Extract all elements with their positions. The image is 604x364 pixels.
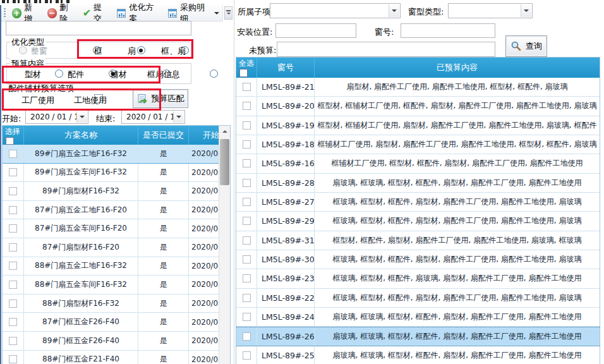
toolbar-grip[interactable] (4, 8, 6, 18)
table-row[interactable]: 88#门扇五金工地F16-F32 是 2020/0 (3, 257, 219, 276)
row-checkbox[interactable] (9, 300, 17, 308)
budgeted-content-cell: 框玻璃, 框型材, 框配件, 扇型材, 扇配件工厂使用, 扇配件工地使用, 扇玻… (315, 289, 600, 307)
plan-header-start[interactable]: 开始 (189, 126, 219, 145)
window-no-cell: LM5L-89#-25F23 (257, 346, 315, 364)
table-row[interactable]: LM5L-89#-29F27 框玻璃, 框型材, 框配件, 扇型材, 扇配件工厂… (236, 212, 600, 231)
row-checkbox[interactable] (243, 294, 251, 302)
scrollbar-thumb[interactable] (220, 139, 229, 185)
row-checkbox[interactable] (9, 318, 17, 326)
start-date-cell: 2020/0 (189, 294, 219, 313)
table-row[interactable]: 88#门扇五金车间F16-F32 是 2020/0 (3, 276, 219, 294)
window-header-no[interactable]: 窗号 (257, 58, 315, 78)
row-checkbox[interactable] (243, 121, 251, 130)
table-row[interactable]: LM5L-89#-31F29 框型材, 框配件, 扇型材, 扇配件工厂使用, 扇… (236, 231, 600, 250)
plan-filter-input[interactable] (6, 21, 191, 35)
table-row[interactable]: LM5L-89#-24F22 扇玻璃, 框玻璃, 框型材, 框配件, 扇型材, … (236, 308, 600, 327)
budgeted-content-cell: 框玻璃, 框型材, 框配件, 扇型材, 扇配件工厂使用, 扇配件工地使用, 扇玻… (315, 250, 600, 269)
install-position-input[interactable] (275, 23, 356, 38)
select-all-windows-checkbox[interactable] (239, 69, 248, 77)
plan-header-name[interactable]: 方案名称 (24, 126, 138, 145)
plan-header-submitted[interactable]: 是否已提交 (138, 126, 189, 145)
radio-whole-window[interactable] (19, 46, 27, 54)
usage-options-label: 配件辅材预算选项 (8, 83, 74, 94)
select-all-plans-checkbox[interactable] (6, 137, 14, 145)
row-checkbox[interactable] (9, 168, 17, 176)
budgeted-content-cell: 扇型材, 扇配件工厂使用, 扇配件工地使用, 框型材, 框配件, 扇玻璃 (315, 78, 600, 96)
end-date-value: 2020 / 01 / 13 (126, 112, 179, 121)
row-checkbox[interactable] (243, 102, 251, 110)
table-row[interactable]: 88#门扇型材F16-F32 是 2020/0 (3, 294, 219, 313)
row-checkbox[interactable] (243, 255, 251, 264)
radio-sash[interactable] (137, 46, 145, 54)
end-date-dropdown-icon[interactable] (173, 111, 184, 123)
row-checkbox[interactable] (243, 159, 251, 167)
window-no-input[interactable] (401, 23, 495, 38)
budget-match-button[interactable]: 预算匹配 (133, 89, 188, 108)
table-row[interactable]: 87#门框五金F26-F40 是 2020/0 (3, 313, 219, 332)
row-select-cell (3, 201, 24, 219)
row-checkbox[interactable] (243, 198, 251, 206)
row-checkbox[interactable] (9, 355, 17, 363)
table-row[interactable]: 89#门扇五金车间F16-F32 是 2020/0 (3, 164, 219, 183)
row-select-cell (3, 219, 24, 238)
toolbar-overflow-button[interactable] (224, 6, 233, 20)
table-row[interactable]: 89#门扇型材F16-F32 是 2020/0 (3, 182, 219, 201)
table-row[interactable]: LM5L-89#-18F16 框辅材工厂使用, 扇型材, 扇配件工厂使用, 扇配… (236, 135, 600, 154)
table-row[interactable]: LM5L-89#-23F21 框玻璃, 框型材, 框配件, 扇玻璃, 扇型材, … (236, 269, 600, 288)
row-checkbox[interactable] (243, 313, 251, 321)
table-row[interactable]: 87#门扇型材F16-F20 是 2020/0 (3, 238, 219, 257)
window-type-combobox[interactable] (448, 3, 533, 18)
row-checkbox[interactable] (243, 351, 251, 360)
chevron-down-icon[interactable] (214, 12, 219, 17)
row-checkbox[interactable] (9, 243, 17, 252)
factory-use-label: 工厂使用 (21, 95, 54, 106)
table-row[interactable]: LM5L-89#-19F17 框型材, 框辅材工厂使用, 扇型材, 扇配件工厂使… (236, 116, 600, 135)
row-checkbox[interactable] (9, 262, 17, 270)
sub-item-dropdown-icon[interactable] (389, 4, 399, 17)
row-checkbox[interactable] (9, 187, 17, 195)
radio-frame-sash-info[interactable] (210, 70, 218, 78)
submitted-cell: 是 (138, 145, 189, 163)
submitted-cell: 是 (138, 238, 189, 257)
end-date-picker[interactable]: 2020 / 01 / 13 (121, 110, 185, 124)
vertical-scrollbar[interactable] (219, 126, 230, 364)
row-checkbox[interactable] (243, 217, 251, 225)
window-type-dropdown-icon[interactable] (521, 4, 531, 17)
start-date-cell: 2020/0 (189, 257, 219, 276)
row-checkbox[interactable] (9, 281, 17, 289)
row-checkbox[interactable] (243, 332, 251, 341)
row-checkbox[interactable] (9, 337, 17, 345)
search-icon (510, 40, 522, 52)
table-row[interactable]: LM5L-89#-25F23 扇玻璃, 框玻璃, 框型材, 框配件, 扇型材, … (236, 346, 600, 364)
row-checkbox[interactable] (9, 150, 17, 158)
table-row[interactable]: 87#门扇五金工地F16-F20 是 2020/0 (3, 201, 219, 220)
scrollbar-up-icon[interactable] (219, 126, 230, 136)
row-checkbox[interactable] (243, 140, 251, 149)
window-header-budgeted[interactable]: 已预算内容 (315, 58, 600, 78)
table-row[interactable]: LM5L-89#-16F15 框辅材工厂使用, 框型材, 框配件, 扇型材, 扇… (236, 154, 600, 173)
row-checkbox[interactable] (243, 274, 251, 282)
table-row[interactable]: 89#门框五金F26-F40 是 2020/0 (3, 332, 219, 351)
table-row[interactable]: LM5L-89#-27F25 框玻璃, 框型材, 框配件, 扇型材, 扇配件工厂… (236, 193, 600, 212)
table-row[interactable]: LM5L-89#-20F18 框型材, 框辅材工厂使用, 框配件, 扇型材, 扇… (236, 97, 600, 116)
row-checkbox[interactable] (243, 236, 251, 245)
start-date-dropdown-icon[interactable] (76, 111, 87, 123)
row-checkbox[interactable] (243, 83, 251, 91)
table-row[interactable]: 88#门框五金F21-F40 是 2020/0 (3, 351, 219, 364)
table-row[interactable]: 89#门扇五金工地F16-F32 是 2020/0 (3, 145, 219, 164)
table-row[interactable]: 87#门扇五金车间F16-F20 是 2020/0 (3, 219, 219, 238)
table-row[interactable]: LM5L-89#-28F26 扇玻璃, 框玻璃, 框型材, 框配件, 扇型材, … (236, 174, 600, 193)
row-checkbox[interactable] (9, 224, 17, 233)
table-row[interactable]: LM5L-89#-21F19 扇型材, 扇配件工厂使用, 扇配件工地使用, 框型… (236, 78, 600, 97)
row-checkbox[interactable] (9, 206, 17, 214)
row-select-cell (236, 154, 257, 173)
table-row[interactable]: LM5L-89#-30F28 框玻璃, 框型材, 框配件, 扇型材, 扇配件工厂… (236, 250, 600, 269)
row-checkbox[interactable] (243, 179, 251, 187)
start-date-picker[interactable]: 2020 / 01 / 1 (25, 110, 88, 124)
table-row[interactable]: LM5L-89#-22F20 框玻璃, 框型材, 框配件, 扇型材, 扇配件工厂… (236, 289, 600, 308)
unbudgeted-input[interactable] (277, 42, 495, 57)
query-button[interactable]: 查询 (505, 35, 547, 57)
table-row[interactable]: LM5L-89#-26F24 扇玻璃, 框玻璃, 框型材, 框配件, 扇型材, … (236, 327, 600, 346)
sub-item-combobox[interactable] (270, 3, 401, 18)
radio-frame-sash-label: 框、扇 (161, 46, 186, 57)
